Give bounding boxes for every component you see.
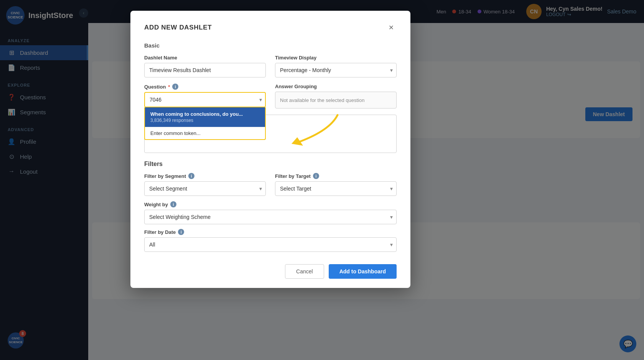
dashlet-name-group: Dashlet Name xyxy=(144,55,266,77)
question-label: Question * i xyxy=(144,84,266,90)
question-input-wrap: ▾ When coming to conclusions, do you... … xyxy=(144,92,266,107)
filter-target-select[interactable]: Select Target xyxy=(275,181,397,196)
filters-grid: Filter by Segment i Select Segment ▾ Fil… xyxy=(144,173,397,196)
question-group: Question * i ▾ When coming to conclusion… xyxy=(144,84,266,108)
modal-footer: Cancel Add to Dashboard xyxy=(144,260,397,279)
dashlet-name-input[interactable] xyxy=(144,63,266,77)
modal-close-button[interactable]: × xyxy=(386,22,397,33)
filter-target-group: Filter by Target i Select Target ▾ xyxy=(275,173,397,196)
weight-by-wrap: Select Weighting Scheme ▾ xyxy=(144,210,397,224)
filter-date-select[interactable]: All Last 7 days Last 30 days Last 90 day… xyxy=(144,237,397,252)
question-required: * xyxy=(168,84,170,90)
filter-segment-select[interactable]: Select Segment xyxy=(144,181,266,196)
filters-section: Filters Filter by Segment i Select Segme… xyxy=(144,161,397,252)
filter-target-label: Filter by Target i xyxy=(275,173,397,179)
weight-by-label: Weight by i xyxy=(144,201,397,207)
dashlet-name-label: Dashlet Name xyxy=(144,55,266,61)
filter-target-wrap: Select Target ▾ xyxy=(275,181,397,196)
suggestion-item-2[interactable]: Enter common token... xyxy=(145,127,265,139)
cancel-button[interactable]: Cancel xyxy=(285,264,324,279)
weight-by-select[interactable]: Select Weighting Scheme xyxy=(144,210,397,224)
weight-by-group: Weight by i Select Weighting Scheme ▾ xyxy=(144,201,397,224)
basic-form-grid: Dashlet Name Timeview Display Percentage… xyxy=(144,55,397,153)
filter-segment-group: Filter by Segment i Select Segment ▾ xyxy=(144,173,266,196)
question-info-icon: i xyxy=(172,84,178,90)
answer-grouping-value: Not available for the selected question xyxy=(275,92,397,108)
answer-grouping-group: Answer Grouping Not available for the se… xyxy=(275,84,397,108)
filter-target-info-icon: i xyxy=(313,173,319,179)
timeview-display-select[interactable]: Percentage - Monthly Percentage - Weekly… xyxy=(275,63,397,77)
filters-title: Filters xyxy=(144,161,397,168)
question-input[interactable] xyxy=(144,92,266,107)
timeview-display-label: Timeview Display xyxy=(275,55,397,61)
question-dropdown: When coming to conclusions, do you... 3,… xyxy=(144,107,266,140)
filter-date-wrap: All Last 7 days Last 30 days Last 90 day… xyxy=(144,237,397,252)
filter-segment-label: Filter by Segment i xyxy=(144,173,266,179)
answer-grouping-label: Answer Grouping xyxy=(275,84,397,89)
filter-segment-info-icon: i xyxy=(188,173,194,179)
timeview-display-select-wrap: Percentage - Monthly Percentage - Weekly… xyxy=(275,63,397,77)
suggestion-title-1: When coming to conclusions, do you... xyxy=(150,111,260,117)
filter-date-info-icon: i xyxy=(178,229,184,235)
weight-by-info-icon: i xyxy=(170,201,176,207)
add-new-dashlet-modal: ADD NEW DASHLET × Basic Dashlet Name Tim… xyxy=(130,11,410,288)
modal-title: ADD NEW DASHLET xyxy=(144,24,212,31)
suggestion-sub-1: 3,836,349 responses xyxy=(150,118,260,123)
timeview-display-group: Timeview Display Percentage - Monthly Pe… xyxy=(275,55,397,77)
filter-date-group: Filter by Date i All Last 7 days Last 30… xyxy=(144,229,397,252)
filter-segment-wrap: Select Segment ▾ xyxy=(144,181,266,196)
suggestion-item-1[interactable]: When coming to conclusions, do you... 3,… xyxy=(145,107,265,127)
modal-section-basic: Basic xyxy=(144,42,397,49)
modal-header: ADD NEW DASHLET × xyxy=(144,22,397,33)
filter-date-label: Filter by Date i xyxy=(144,229,397,235)
add-to-dashboard-button[interactable]: Add to Dashboard xyxy=(329,264,397,279)
question-chevron-icon: ▾ xyxy=(259,97,262,103)
